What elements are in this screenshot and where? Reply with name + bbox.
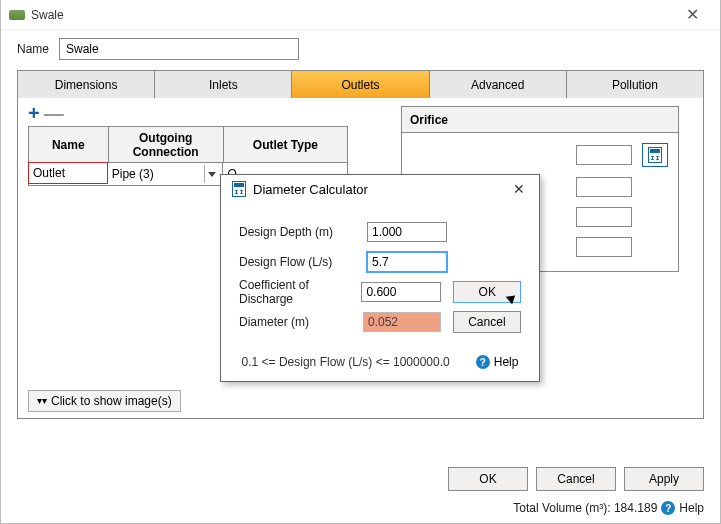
tab-inlets[interactable]: Inlets: [155, 71, 292, 98]
cell-connection[interactable]: Pipe (3): [108, 163, 224, 185]
app-icon: [9, 10, 25, 20]
tab-dimensions[interactable]: Dimensions: [18, 71, 155, 98]
col-connection: Outgoing Connection: [109, 127, 224, 163]
name-input[interactable]: [59, 38, 299, 60]
title-bar: Swale ✕: [1, 0, 720, 30]
remove-outlet-icon[interactable]: —: [44, 106, 64, 120]
diameter-output: 0.052: [363, 312, 441, 332]
help-icon[interactable]: ?: [661, 501, 675, 515]
flow-input[interactable]: [367, 252, 447, 272]
cell-connection-value: Pipe (3): [112, 167, 154, 181]
cancel-button[interactable]: Cancel: [536, 467, 616, 491]
orifice-header: Orifice: [401, 106, 679, 132]
tab-advanced[interactable]: Advanced: [430, 71, 567, 98]
col-type: Outlet Type: [224, 127, 347, 163]
cursor-icon: [502, 293, 514, 307]
diameter-calculator-dialog: Diameter Calculator ✕ Design Depth (m) D…: [220, 174, 540, 382]
orifice-field-2[interactable]: [576, 177, 632, 197]
tab-pollution[interactable]: Pollution: [567, 71, 703, 98]
toggle-images-button[interactable]: ▾▾ Click to show image(s): [28, 390, 181, 412]
depth-label: Design Depth (m): [239, 225, 367, 239]
swale-window: Swale ✕ Name Dimensions Inlets Outlets A…: [0, 0, 721, 524]
dialog-icon: [229, 179, 249, 199]
close-icon[interactable]: ✕: [672, 5, 712, 24]
orifice-field-4[interactable]: [576, 237, 632, 257]
help-icon[interactable]: ?: [476, 355, 490, 369]
chevron-down-icon[interactable]: [204, 165, 218, 183]
chevron-down-double-icon: ▾▾: [37, 396, 47, 406]
calc-cancel-button[interactable]: Cancel: [453, 311, 521, 333]
status-help[interactable]: Help: [679, 501, 704, 515]
open-calculator-button[interactable]: [642, 143, 668, 167]
depth-input[interactable]: [367, 222, 447, 242]
cd-input[interactable]: [361, 282, 441, 302]
help-label[interactable]: Help: [494, 355, 519, 369]
flow-range-hint: 0.1 <= Design Flow (L/s) <= 1000000.0: [242, 355, 450, 369]
dialog-title: Diameter Calculator: [253, 182, 507, 197]
col-name: Name: [29, 127, 109, 163]
diameter-label: Diameter (m): [239, 315, 363, 329]
name-label: Name: [17, 42, 49, 56]
dialog-close-icon[interactable]: ✕: [507, 181, 531, 197]
cd-label: Coefficient of Discharge: [239, 278, 361, 306]
orifice-field-3[interactable]: [576, 207, 632, 227]
calc-ok-label: OK: [479, 285, 496, 299]
ok-button[interactable]: OK: [448, 467, 528, 491]
window-title: Swale: [31, 8, 672, 22]
calculator-icon: [648, 147, 662, 163]
toggle-images-label: Click to show image(s): [51, 394, 172, 408]
calculator-icon: [232, 181, 246, 197]
orifice-field-1[interactable]: [576, 145, 632, 165]
cell-name[interactable]: Outlet: [28, 162, 108, 184]
flow-label: Design Flow (L/s): [239, 255, 367, 269]
status-volume: Total Volume (m³): 184.189: [513, 501, 657, 515]
tab-outlets[interactable]: Outlets: [292, 71, 429, 98]
add-outlet-icon[interactable]: +: [28, 106, 40, 120]
apply-button[interactable]: Apply: [624, 467, 704, 491]
calc-ok-button[interactable]: OK: [453, 281, 521, 303]
